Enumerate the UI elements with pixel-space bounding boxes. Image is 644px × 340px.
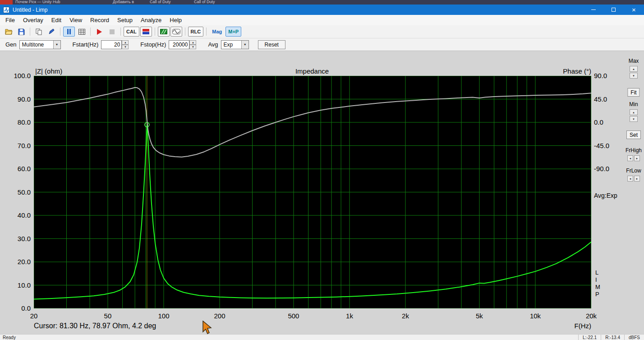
waveform-button[interactable] [170, 27, 182, 37]
copy-button[interactable] [33, 27, 45, 37]
open-file-icon [5, 28, 13, 35]
z-axis-tick: 10.0 [0, 281, 31, 289]
mag-phase-button[interactable]: M+P [225, 27, 241, 37]
avg-value: Exp [221, 41, 241, 49]
generator-controls: Gen Multitone ▼ Fstart(Hz) ▲▼ Fstop(Hz) … [0, 38, 644, 51]
phase-axis-tick: -90.0 [594, 165, 622, 172]
menu-item-edit[interactable]: Edit [47, 15, 65, 25]
spin-up-icon[interactable]: ▲ [630, 66, 638, 72]
menu-item-help[interactable]: Help [166, 15, 186, 25]
color-bars-button[interactable] [140, 27, 152, 37]
record-icon [97, 29, 102, 35]
menubar: FileOverlayEditViewRecordSetupAnalyzeHel… [0, 15, 644, 25]
right-level-readout: R:-13.4 [601, 335, 624, 340]
window-title: Untitled - Limp [13, 7, 47, 13]
close-button[interactable]: × [624, 5, 644, 15]
z-axis-tick: 30.0 [0, 235, 31, 242]
menu-item-analyze[interactable]: Analyze [137, 15, 166, 25]
spin-up-icon[interactable]: ▲ [630, 109, 638, 115]
spin-down-icon[interactable]: ▼ [630, 116, 638, 122]
statusbar: Ready L:-22.1 R:-13.4 dBFS [0, 334, 644, 340]
mag-button[interactable]: Mag [209, 27, 225, 37]
pause-button[interactable] [63, 27, 75, 37]
stop-button[interactable] [106, 27, 118, 37]
toolbar-separator [90, 28, 91, 36]
chevron-down-icon[interactable]: ▼ [241, 41, 248, 49]
frhigh-label: FrHigh [623, 147, 644, 154]
frequency-axis-tick: 2k [392, 312, 419, 320]
fstart-spinner: ▲▼ [122, 40, 129, 49]
save-icon [18, 28, 25, 35]
fstop-spinner: ▲▼ [189, 40, 196, 49]
z-axis-tick: 20.0 [0, 258, 31, 265]
menu-item-file[interactable]: File [1, 15, 19, 25]
generator-select[interactable]: Multitone ▼ [19, 40, 61, 49]
menu-item-view[interactable]: View [65, 15, 86, 25]
avg-select[interactable]: Exp ▼ [221, 40, 249, 49]
spin-up-icon[interactable]: ▲ [189, 40, 196, 45]
spin-down-icon[interactable]: ▼ [189, 45, 196, 49]
spin-down-icon[interactable]: ▼ [122, 45, 129, 49]
set-button[interactable]: Set [626, 130, 641, 139]
open-file-button[interactable] [3, 27, 14, 37]
reset-button[interactable]: Reset [258, 40, 285, 49]
fit-button[interactable]: Fit [627, 88, 639, 97]
background-tab-text: Call of Duty [194, 0, 215, 4]
record-button[interactable] [93, 27, 105, 37]
limp-watermark: L I M P [595, 269, 600, 298]
mouse-cursor [202, 321, 212, 335]
frequency-axis-tick: 200 [206, 312, 233, 320]
table-button[interactable] [76, 27, 87, 37]
chart-region: |Z| (ohm) Impedance Phase (°) 100.090.08… [0, 51, 644, 334]
rlc-button[interactable]: RLC [188, 27, 204, 37]
z-axis-tick: 90.0 [0, 95, 31, 103]
spin-up-icon[interactable]: ▲ [122, 40, 129, 45]
maximize-icon [612, 8, 616, 12]
impedance-plot[interactable] [34, 76, 591, 308]
rlc-label: RLC [191, 29, 201, 34]
table-icon [78, 29, 85, 35]
phase-axis-tick: 0.0 [594, 118, 622, 126]
background-window-strip: Почем Ріск — Unity HubДобавить вCall of … [0, 0, 644, 5]
max-label: Max [623, 58, 644, 64]
frequency-axis-tick: 100 [150, 312, 177, 320]
frequency-axis-tick: 20 [20, 312, 47, 320]
menu-item-overlay[interactable]: Overlay [19, 15, 47, 25]
frlow-label: FrLow [623, 168, 644, 174]
menu-item-record[interactable]: Record [86, 15, 113, 25]
scale-panel: Max ▲▼ Fit Min ▲▼ Set FrHigh ◄► FrLow ◄► [623, 51, 644, 334]
maximize-button[interactable] [603, 5, 624, 15]
frequency-axis-tick: 50 [94, 312, 121, 320]
toolbar-separator [155, 28, 155, 36]
spectrum-button[interactable] [158, 27, 170, 37]
z-axis-tick: 60.0 [0, 165, 31, 172]
fstart-input[interactable] [101, 40, 122, 49]
min-spinner: ▲▼ [630, 109, 638, 122]
cal-label: CAL [126, 29, 137, 34]
pen-icon [48, 28, 55, 35]
fstop-field-group: ▲▼ [169, 40, 196, 49]
cal-button[interactable]: CAL [124, 27, 139, 37]
copy-icon [36, 28, 42, 35]
save-button[interactable] [15, 27, 27, 37]
z-axis-tick: 40.0 [0, 211, 31, 219]
phase-axis-tick: 90.0 [594, 72, 622, 79]
toolbar: CAL RLC Mag M+P [0, 25, 644, 38]
max-spinner: ▲▼ [630, 66, 638, 79]
spin-down-icon[interactable]: ▼ [630, 73, 638, 79]
min-label: Min [623, 101, 644, 107]
menu-item-setup[interactable]: Setup [113, 15, 137, 25]
arrow-right-icon[interactable]: ► [634, 176, 640, 182]
arrow-left-icon[interactable]: ◄ [627, 155, 633, 161]
chevron-down-icon[interactable]: ▼ [53, 41, 60, 49]
arrow-left-icon[interactable]: ◄ [627, 176, 633, 182]
arrow-right-icon[interactable]: ► [634, 155, 640, 161]
minimize-button[interactable] [583, 5, 603, 15]
fstop-input[interactable] [169, 40, 189, 49]
phase-axis-title: Phase (°) [563, 67, 591, 75]
phase-axis-tick: 45.0 [594, 95, 622, 103]
cursor-readout: Cursor: 81.30 Hz, 78.97 Ohm, 4.2 deg [34, 322, 156, 330]
z-axis-tick: 50.0 [0, 188, 31, 196]
pen-color-button[interactable] [46, 27, 57, 37]
toolbar-separator [206, 28, 207, 36]
